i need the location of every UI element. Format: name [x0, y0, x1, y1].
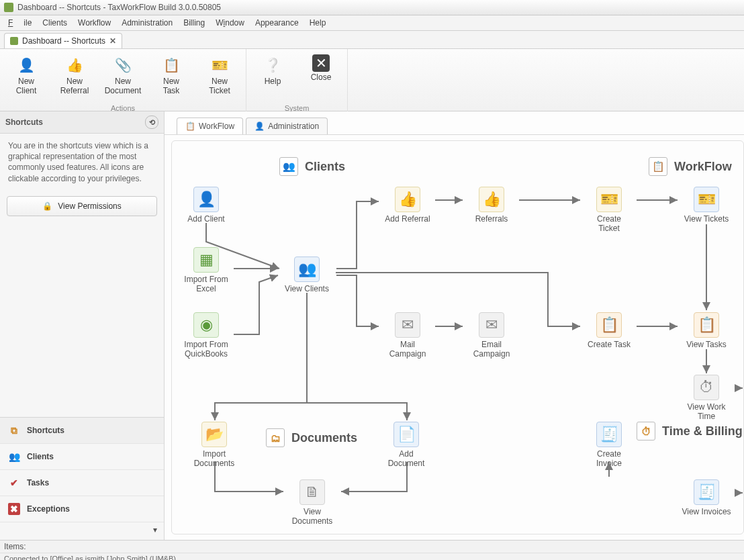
paperclip-icon: 📎 [112, 54, 134, 76]
close-icon[interactable]: ✕ [109, 36, 116, 46]
menu-help[interactable]: Help [304, 17, 332, 29]
docs-icon: 🗎 [299, 479, 325, 505]
ribbon-group-actions: 👤NewClient 👍NewReferral 📎NewDocument 📋Ne… [0, 49, 246, 115]
tab-administration[interactable]: 👤Administration [246, 118, 328, 134]
new-document-button[interactable]: 📎NewDocument [102, 52, 144, 99]
node-add-client[interactable]: 👤Add Client [179, 187, 234, 224]
ribbon-group-system: ❔Help ✕Close System [246, 49, 348, 115]
main-tabs: 📋WorkFlow 👤Administration [165, 111, 744, 135]
excel-icon: ▦ [193, 247, 219, 273]
sidebar-title: Shortcuts [5, 118, 43, 127]
node-add-document[interactable]: 📄AddDocument [379, 422, 434, 469]
flow-arrows [172, 141, 743, 534]
section-workflow: 📋WorkFlow [649, 157, 732, 176]
pin-icon[interactable]: ⟲ [145, 115, 158, 129]
tab-workflow[interactable]: 📋WorkFlow [177, 118, 243, 134]
node-create-task[interactable]: 📋Create Task [582, 312, 637, 350]
sidebar-item-shortcuts[interactable]: ⧉Shortcuts [0, 418, 164, 444]
node-view-tasks[interactable]: 📋View Tasks [679, 312, 734, 350]
quickbooks-icon: ◉ [193, 312, 219, 338]
clipboard-check-icon: 📋 [160, 54, 182, 76]
menu-file[interactable]: File [3, 17, 37, 29]
thumb-plus-icon: 👍 [395, 187, 420, 212]
ticket-star-icon: 🎫 [596, 187, 622, 212]
invoice-icon: 🧾 [694, 479, 719, 505]
clock-coin-icon: ⏱ [637, 422, 655, 440]
window-title: Dashboard -- Shortcuts - TaxWorkFlow Bui… [17, 3, 221, 12]
close-icon: ✕ [312, 54, 330, 72]
person-plus-icon: 👤 [15, 54, 37, 76]
ribbon: 👤NewClient 👍NewReferral 📎NewDocument 📋Ne… [0, 49, 744, 111]
document-tab-shortcuts[interactable]: Dashboard -- Shortcuts ✕ [4, 33, 122, 48]
node-referrals[interactable]: 👍Referrals [464, 187, 519, 224]
new-client-button[interactable]: 👤NewClient [5, 52, 47, 99]
clipboard-check-icon: 📋 [596, 312, 622, 338]
sidebar: Shortcuts ⟲ You are in the shortcuts vie… [0, 111, 165, 540]
documents-section-icon: 🗂 [266, 428, 285, 447]
clipboard-list-icon: 📋 [694, 312, 719, 338]
tickets-icon: 🎫 [694, 187, 719, 212]
workflow-section-icon: 📋 [649, 157, 667, 176]
person-plus-icon: 👤 [193, 187, 219, 212]
node-mail-campaign[interactable]: ✉MailCampaign [380, 312, 435, 359]
thumb-icon: 👍 [479, 187, 504, 212]
menu-appearance[interactable]: Appearance [250, 17, 304, 29]
node-create-invoice[interactable]: 🧾CreateInvoice [582, 422, 637, 469]
node-import-quickbooks[interactable]: ◉Import FromQuickBooks [179, 312, 234, 359]
close-button[interactable]: ✕Close [300, 52, 342, 89]
document-tab-icon [10, 37, 18, 45]
new-ticket-button[interactable]: 🎫NewTicket [199, 52, 240, 99]
menu-window[interactable]: Window [210, 17, 250, 29]
clipboard-icon: 📋 [185, 122, 195, 131]
ticket-icon: 🎫 [209, 54, 230, 76]
invoice-plus-icon: 🧾 [596, 422, 622, 447]
sidebar-item-tasks[interactable]: ✔Tasks [0, 470, 164, 496]
clock-icon: ⏱ [694, 375, 719, 400]
sidebar-item-exceptions[interactable]: ✖Exceptions [0, 496, 164, 522]
status-bar-items: Items: [0, 540, 744, 553]
shortcuts-icon: ⧉ [8, 424, 20, 436]
new-referral-button[interactable]: 👍NewReferral [54, 52, 95, 99]
menu-administration[interactable]: Administration [116, 17, 178, 29]
menu-workflow[interactable]: Workflow [73, 17, 116, 29]
sidebar-more[interactable]: ▾ [0, 522, 164, 540]
menu-clients[interactable]: Clients [37, 17, 73, 29]
node-view-clients[interactable]: 👥View Clients [279, 256, 334, 294]
section-billing: ⏱Time & Billing [637, 422, 743, 440]
tasks-icon: ✔ [8, 477, 20, 489]
title-bar: Dashboard -- Shortcuts - TaxWorkFlow Bui… [0, 0, 744, 15]
node-view-invoices[interactable]: 🧾View Invoices [679, 479, 734, 517]
doc-plus-icon: 📄 [393, 422, 419, 447]
node-create-ticket[interactable]: 🎫CreateTicket [582, 187, 637, 234]
sidebar-item-clients[interactable]: 👥Clients [0, 444, 164, 470]
content: Shortcuts ⟲ You are in the shortcuts vie… [0, 111, 744, 540]
menu-billing[interactable]: Billing [178, 17, 210, 29]
document-tab-label: Dashboard -- Shortcuts [22, 36, 105, 46]
clients-icon: 👥 [8, 451, 20, 463]
mail-icon: ✉ [395, 312, 420, 338]
node-import-documents[interactable]: 📂ImportDocuments [187, 422, 242, 469]
node-view-documents[interactable]: 🗎ViewDocuments [285, 479, 340, 526]
exceptions-icon: ✖ [8, 503, 20, 515]
admin-icon: 👤 [254, 122, 264, 131]
view-permissions-button[interactable]: 🔒 View Permissions [7, 196, 157, 216]
folder-in-icon: 📂 [201, 422, 227, 447]
sidebar-description: You are in the shortcuts view which is a… [0, 134, 164, 191]
node-email-campaign[interactable]: ✉EmailCampaign [464, 312, 519, 359]
help-icon: ❔ [262, 54, 283, 76]
sidebar-nav: ⧉Shortcuts 👥Clients ✔Tasks ✖Exceptions ▾ [0, 417, 164, 540]
document-tab-strip: Dashboard -- Shortcuts ✕ [0, 31, 744, 49]
section-documents: 🗂Documents [266, 428, 357, 447]
people-icon: 👥 [294, 256, 320, 282]
lock-icon: 🔒 [42, 201, 52, 211]
help-button[interactable]: ❔Help [252, 52, 293, 89]
node-view-tickets[interactable]: 🎫View Tickets [679, 187, 734, 224]
node-add-referral[interactable]: 👍Add Referral [380, 187, 435, 224]
node-import-excel[interactable]: ▦Import FromExcel [179, 247, 234, 294]
clients-section-icon: 👥 [279, 157, 298, 176]
new-task-button[interactable]: 📋NewTask [150, 52, 192, 99]
node-view-worktime[interactable]: ⏱View Work Time [679, 375, 734, 422]
workflow-canvas[interactable]: 👥Clients 📋WorkFlow 🗂Documents ⏱Time & Bi… [171, 140, 744, 534]
view-permissions-label: View Permissions [58, 201, 121, 211]
email-icon: ✉ [479, 312, 504, 338]
